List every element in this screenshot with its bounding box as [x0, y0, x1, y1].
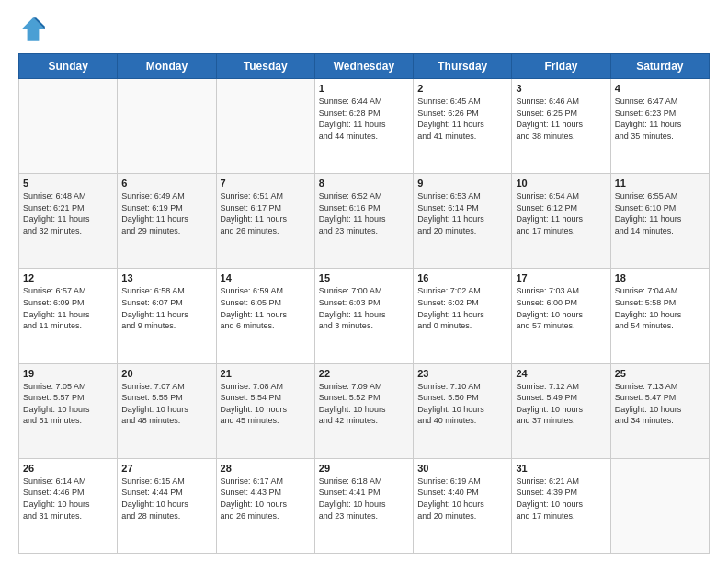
day-info: Sunrise: 7:12 AM Sunset: 5:49 PM Dayligh…	[516, 381, 606, 427]
calendar-cell	[118, 79, 216, 174]
day-info: Sunrise: 6:21 AM Sunset: 4:39 PM Dayligh…	[516, 476, 606, 522]
calendar-cell: 5Sunrise: 6:48 AM Sunset: 6:21 PM Daylig…	[19, 174, 118, 269]
logo-icon	[18, 15, 48, 44]
day-info: Sunrise: 6:14 AM Sunset: 4:46 PM Dayligh…	[23, 476, 113, 522]
weekday-header-wednesday: Wednesday	[314, 54, 413, 79]
day-info: Sunrise: 7:08 AM Sunset: 5:54 PM Dayligh…	[221, 381, 311, 427]
day-number: 24	[516, 368, 606, 379]
day-number: 12	[23, 272, 113, 283]
calendar-cell: 12Sunrise: 6:57 AM Sunset: 6:09 PM Dayli…	[19, 269, 118, 363]
day-info: Sunrise: 6:57 AM Sunset: 6:09 PM Dayligh…	[23, 285, 113, 331]
weekday-row: SundayMondayTuesdayWednesdayThursdayFrid…	[19, 54, 710, 79]
calendar-cell: 20Sunrise: 7:07 AM Sunset: 5:55 PM Dayli…	[118, 363, 216, 458]
calendar-cell: 11Sunrise: 6:55 AM Sunset: 6:10 PM Dayli…	[610, 174, 709, 269]
day-info: Sunrise: 6:52 AM Sunset: 6:16 PM Dayligh…	[319, 190, 409, 236]
day-number: 17	[516, 272, 606, 283]
day-info: Sunrise: 6:51 AM Sunset: 6:17 PM Dayligh…	[221, 190, 311, 236]
day-number: 11	[615, 178, 705, 189]
calendar-cell: 4Sunrise: 6:47 AM Sunset: 6:23 PM Daylig…	[610, 79, 709, 174]
calendar-cell: 9Sunrise: 6:53 AM Sunset: 6:14 PM Daylig…	[414, 174, 512, 269]
calendar-table: SundayMondayTuesdayWednesdayThursdayFrid…	[18, 53, 710, 554]
day-number: 5	[23, 178, 113, 189]
calendar-cell	[216, 79, 314, 174]
day-number: 28	[221, 463, 311, 474]
day-info: Sunrise: 7:05 AM Sunset: 5:57 PM Dayligh…	[23, 381, 113, 427]
day-number: 30	[417, 463, 507, 474]
logo	[18, 15, 51, 44]
calendar-cell: 14Sunrise: 6:59 AM Sunset: 6:05 PM Dayli…	[216, 269, 314, 363]
day-info: Sunrise: 7:10 AM Sunset: 5:50 PM Dayligh…	[417, 381, 507, 427]
day-number: 22	[319, 368, 409, 379]
calendar-cell: 10Sunrise: 6:54 AM Sunset: 6:12 PM Dayli…	[512, 174, 610, 269]
calendar-cell: 6Sunrise: 6:49 AM Sunset: 6:19 PM Daylig…	[118, 174, 216, 269]
day-number: 16	[417, 272, 507, 283]
calendar-cell: 28Sunrise: 6:17 AM Sunset: 4:43 PM Dayli…	[216, 458, 314, 553]
day-number: 27	[121, 463, 211, 474]
day-number: 1	[319, 83, 409, 94]
day-number: 21	[221, 368, 311, 379]
calendar-week-2: 12Sunrise: 6:57 AM Sunset: 6:09 PM Dayli…	[19, 269, 710, 363]
day-info: Sunrise: 6:49 AM Sunset: 6:19 PM Dayligh…	[121, 190, 211, 236]
calendar-week-3: 19Sunrise: 7:05 AM Sunset: 5:57 PM Dayli…	[19, 363, 710, 458]
day-info: Sunrise: 6:47 AM Sunset: 6:23 PM Dayligh…	[615, 96, 705, 142]
day-info: Sunrise: 7:04 AM Sunset: 5:58 PM Dayligh…	[615, 285, 705, 331]
day-info: Sunrise: 6:15 AM Sunset: 4:44 PM Dayligh…	[121, 476, 211, 522]
calendar-cell: 25Sunrise: 7:13 AM Sunset: 5:47 PM Dayli…	[610, 363, 709, 458]
day-number: 29	[319, 463, 409, 474]
calendar-week-1: 5Sunrise: 6:48 AM Sunset: 6:21 PM Daylig…	[19, 174, 710, 269]
header	[18, 15, 710, 44]
calendar-cell: 2Sunrise: 6:45 AM Sunset: 6:26 PM Daylig…	[414, 79, 512, 174]
calendar-cell: 18Sunrise: 7:04 AM Sunset: 5:58 PM Dayli…	[610, 269, 709, 363]
day-number: 6	[121, 178, 211, 189]
day-number: 20	[121, 368, 211, 379]
day-number: 31	[516, 463, 606, 474]
calendar-cell: 24Sunrise: 7:12 AM Sunset: 5:49 PM Dayli…	[512, 363, 610, 458]
calendar-cell: 22Sunrise: 7:09 AM Sunset: 5:52 PM Dayli…	[314, 363, 413, 458]
day-number: 26	[23, 463, 113, 474]
calendar-body: 1Sunrise: 6:44 AM Sunset: 6:28 PM Daylig…	[19, 79, 710, 554]
day-info: Sunrise: 7:09 AM Sunset: 5:52 PM Dayligh…	[319, 381, 409, 427]
weekday-header-sunday: Sunday	[19, 54, 118, 79]
day-info: Sunrise: 6:53 AM Sunset: 6:14 PM Dayligh…	[417, 190, 507, 236]
calendar-cell: 7Sunrise: 6:51 AM Sunset: 6:17 PM Daylig…	[216, 174, 314, 269]
weekday-header-monday: Monday	[118, 54, 216, 79]
day-number: 7	[221, 178, 311, 189]
day-info: Sunrise: 6:54 AM Sunset: 6:12 PM Dayligh…	[516, 190, 606, 236]
day-number: 25	[615, 368, 705, 379]
calendar-cell	[19, 79, 118, 174]
calendar-cell: 13Sunrise: 6:58 AM Sunset: 6:07 PM Dayli…	[118, 269, 216, 363]
calendar-cell	[610, 458, 709, 553]
calendar-cell: 19Sunrise: 7:05 AM Sunset: 5:57 PM Dayli…	[19, 363, 118, 458]
calendar-cell: 16Sunrise: 7:02 AM Sunset: 6:02 PM Dayli…	[414, 269, 512, 363]
weekday-header-friday: Friday	[512, 54, 610, 79]
day-info: Sunrise: 6:59 AM Sunset: 6:05 PM Dayligh…	[221, 285, 311, 331]
calendar-cell: 15Sunrise: 7:00 AM Sunset: 6:03 PM Dayli…	[314, 269, 413, 363]
calendar-cell: 3Sunrise: 6:46 AM Sunset: 6:25 PM Daylig…	[512, 79, 610, 174]
calendar-cell: 31Sunrise: 6:21 AM Sunset: 4:39 PM Dayli…	[512, 458, 610, 553]
day-number: 19	[23, 368, 113, 379]
day-number: 15	[319, 272, 409, 283]
day-info: Sunrise: 6:55 AM Sunset: 6:10 PM Dayligh…	[615, 190, 705, 236]
calendar-cell: 29Sunrise: 6:18 AM Sunset: 4:41 PM Dayli…	[314, 458, 413, 553]
day-info: Sunrise: 7:13 AM Sunset: 5:47 PM Dayligh…	[615, 381, 705, 427]
day-number: 13	[121, 272, 211, 283]
day-info: Sunrise: 7:07 AM Sunset: 5:55 PM Dayligh…	[121, 381, 211, 427]
page: SundayMondayTuesdayWednesdayThursdayFrid…	[0, 0, 728, 563]
day-number: 2	[417, 83, 507, 94]
day-info: Sunrise: 7:00 AM Sunset: 6:03 PM Dayligh…	[319, 285, 409, 331]
day-number: 14	[221, 272, 311, 283]
day-info: Sunrise: 6:45 AM Sunset: 6:26 PM Dayligh…	[417, 96, 507, 142]
day-info: Sunrise: 6:58 AM Sunset: 6:07 PM Dayligh…	[121, 285, 211, 331]
weekday-header-thursday: Thursday	[414, 54, 512, 79]
day-info: Sunrise: 6:48 AM Sunset: 6:21 PM Dayligh…	[23, 190, 113, 236]
day-info: Sunrise: 6:46 AM Sunset: 6:25 PM Dayligh…	[516, 96, 606, 142]
day-info: Sunrise: 6:44 AM Sunset: 6:28 PM Dayligh…	[319, 96, 409, 142]
weekday-header-saturday: Saturday	[610, 54, 709, 79]
day-info: Sunrise: 6:17 AM Sunset: 4:43 PM Dayligh…	[221, 476, 311, 522]
day-number: 9	[417, 178, 507, 189]
calendar-cell: 17Sunrise: 7:03 AM Sunset: 6:00 PM Dayli…	[512, 269, 610, 363]
day-info: Sunrise: 7:02 AM Sunset: 6:02 PM Dayligh…	[417, 285, 507, 331]
calendar-cell: 30Sunrise: 6:19 AM Sunset: 4:40 PM Dayli…	[414, 458, 512, 553]
day-info: Sunrise: 7:03 AM Sunset: 6:00 PM Dayligh…	[516, 285, 606, 331]
weekday-header-tuesday: Tuesday	[216, 54, 314, 79]
